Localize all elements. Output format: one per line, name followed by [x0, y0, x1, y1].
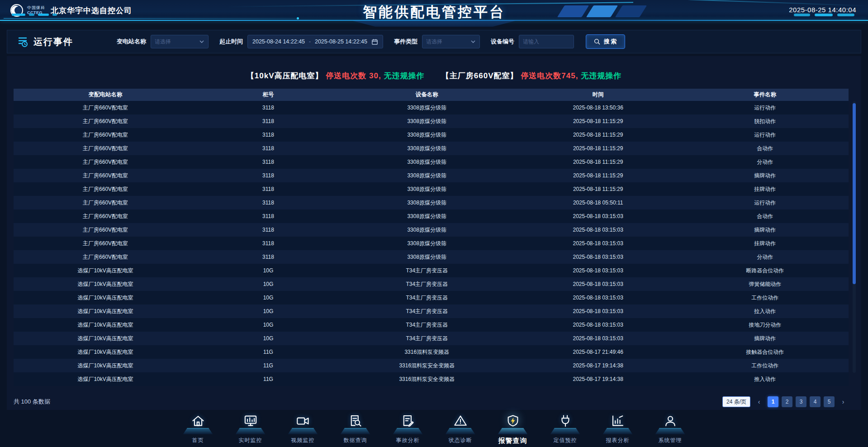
table-cell: 3308原煤分级筛: [339, 185, 515, 193]
table-cell: 2025-08-18 03:15:03: [515, 267, 682, 274]
rooms-summary: 【10kV高压配电室】 停送电次数 30, 无违规操作 【主厂房660V配室】 …: [7, 71, 861, 81]
nav-platform: [603, 428, 633, 434]
table-cell: T34主厂房变压器: [339, 335, 515, 342]
table-cell: 3308原煤分级筛: [339, 226, 515, 234]
nav-item-video-monitor[interactable]: 视频监控: [285, 412, 321, 445]
nav-item-label: 事故分析: [396, 437, 420, 444]
column-header: 事件名称: [682, 91, 849, 99]
nav-item-accident-analysis[interactable]: 事故分析: [390, 412, 426, 445]
nav-item-label: 状态诊断: [449, 437, 472, 444]
table-cell: 选煤厂10kV高压配电室: [14, 348, 197, 356]
page-number-button[interactable]: 1: [768, 396, 778, 407]
table-cell: 推入动作: [682, 376, 849, 383]
nav-platform: [341, 428, 370, 434]
table-cell: 2025-08-18 03:15:03: [515, 335, 682, 342]
table-row: 选煤厂10kV高压配电室10GT34主厂房变压器2025-08-18 03:15…: [14, 291, 849, 304]
table-cell: 2025-08-18 13:50:36: [515, 105, 682, 111]
event-type-select[interactable]: 请选择: [422, 35, 480, 48]
table-cell: 合动作: [682, 213, 849, 220]
table-cell: 3308原煤分级筛: [339, 172, 515, 180]
table-row: 主厂房660V配电室31183308原煤分级筛2025-08-18 11:15:…: [14, 142, 849, 155]
room1-name: 【10kV高压配电室】: [247, 71, 323, 80]
table-cell: 3118: [197, 159, 339, 165]
section-title-wrap: 运行事件: [16, 35, 73, 48]
next-page-button[interactable]: ›: [838, 396, 849, 407]
substation-select[interactable]: 请选择: [151, 35, 209, 48]
search-button-label: 搜索: [604, 38, 617, 46]
event-type-filter-group: 事件类型 请选择: [394, 35, 480, 48]
table-scrollbar-track[interactable]: [853, 101, 856, 373]
table-row: 主厂房660V配电室31183308原煤分级筛2025-08-18 03:15:…: [14, 250, 849, 264]
device-no-input[interactable]: [519, 35, 574, 48]
nav-item-data-query[interactable]: 数据查询: [337, 412, 374, 445]
table-cell: 选煤厂10kV高压配电室: [14, 335, 197, 342]
table-row: 选煤厂10kV高压配电室10GT34主厂房变压器2025-08-18 03:15…: [14, 304, 849, 318]
event-type-select-placeholder: 请选择: [426, 38, 442, 46]
table-cell: 3308原煤分级筛: [339, 131, 515, 139]
nav-item-label: 实时监控: [239, 437, 262, 444]
table-cell: 2025-08-18 03:15:03: [515, 281, 682, 287]
table-cell: 主厂房660V配电室: [14, 158, 197, 166]
table-cell: 摘牌动作: [682, 172, 849, 180]
nav-platform: [498, 428, 528, 434]
table-cell: 运行动作: [682, 131, 849, 139]
table-cell: 2025-08-18 05:50:11: [515, 200, 682, 206]
table-cell: 摘牌动作: [682, 226, 849, 234]
calendar-icon: [371, 38, 378, 45]
nav-item-label: 定值预控: [554, 437, 577, 444]
prev-page-button[interactable]: ‹: [754, 396, 764, 407]
status-diagnosis-icon: [451, 412, 470, 430]
nav-item-system-management[interactable]: 系统管理: [652, 412, 688, 445]
pagination: 24 条/页 ‹ 12345 ›: [722, 396, 849, 407]
page-number-button[interactable]: 2: [782, 396, 792, 407]
table-cell: 10G: [197, 281, 339, 287]
nav-item-alarm-query[interactable]: 报警查询: [495, 412, 531, 445]
table-cell: 分动作: [682, 158, 849, 166]
table-cell: T34主厂房变压器: [339, 308, 515, 315]
table-cell: 选煤厂10kV高压配电室: [14, 281, 197, 288]
table-cell: 3308原煤分级筛: [339, 158, 515, 166]
date-range-input[interactable]: 2025-08-24 14:22:45 - 2025-08-25 14:22:4…: [247, 35, 383, 48]
page-number-button[interactable]: 3: [796, 396, 806, 407]
table-scrollbar-thumb[interactable]: [853, 103, 856, 284]
table-cell: 11G: [197, 376, 339, 382]
table-cell: 3118: [197, 118, 339, 124]
events-table: 变配电站名称柜号设备名称时间事件名称 主厂房660V配电室31183308原煤分…: [14, 89, 849, 386]
table-cell: 3118: [197, 227, 339, 233]
table-cell: 2025-08-18 03:15:03: [515, 254, 682, 260]
nav-item-report-analysis[interactable]: 报表分析: [600, 412, 636, 445]
column-header: 柜号: [197, 91, 339, 99]
table-cell: 2025-08-18 03:15:03: [515, 295, 682, 301]
table-cell: 10G: [197, 267, 339, 274]
nav-item-realtime-monitor[interactable]: 实时监控: [232, 412, 269, 445]
header-datetime: 2025-08-25 14:40:04: [789, 6, 856, 14]
table-cell: 3118: [197, 105, 339, 111]
substation-select-placeholder: 请选择: [155, 38, 171, 46]
end-datetime-value: 2025-08-25 14:22:45: [315, 38, 367, 45]
table-cell: 3316混料泵安全变频器: [339, 362, 515, 370]
search-icon: [593, 38, 601, 45]
search-button[interactable]: 搜索: [586, 34, 625, 49]
table-cell: 2025-08-18 11:15:29: [515, 132, 682, 138]
table-row: 主厂房660V配电室31183308原煤分级筛2025-08-18 03:15:…: [14, 223, 849, 237]
nav-item-status-diagnosis[interactable]: 状态诊断: [442, 412, 479, 445]
device-no-filter-group: 设备编号: [491, 35, 574, 48]
page-size-select[interactable]: 24 条/页: [722, 396, 750, 407]
data-query-icon: [346, 412, 365, 430]
page-number-button[interactable]: 4: [810, 396, 821, 407]
column-header: 变配电站名称: [14, 91, 197, 99]
table-row: 选煤厂10kV高压配电室10GT34主厂房变压器2025-08-18 03:15…: [14, 332, 849, 345]
table-cell: 选煤厂10kV高压配电室: [14, 294, 197, 302]
page-number-button[interactable]: 5: [824, 396, 835, 407]
time-filter-group: 起止时间 2025-08-24 14:22:45 - 2025-08-25 14…: [219, 35, 383, 48]
table-cell: 3118: [197, 240, 339, 247]
nav-item-setpoint-control[interactable]: 定值预控: [547, 412, 583, 445]
nav-platform: [288, 428, 318, 434]
table-row: 主厂房660V配电室31183308原煤分级筛2025-08-18 05:50:…: [14, 196, 849, 209]
nav-item-label: 报警查询: [498, 437, 527, 445]
nav-item-home[interactable]: 首页: [180, 412, 216, 445]
substation-filter-group: 变电站名称 请选择: [117, 35, 209, 48]
table-cell: 3308原煤分级筛: [339, 104, 515, 112]
table-row: 选煤厂10kV高压配电室10GT34主厂房变压器2025-08-18 03:15…: [14, 264, 849, 277]
alarm-query-icon: [503, 412, 523, 430]
